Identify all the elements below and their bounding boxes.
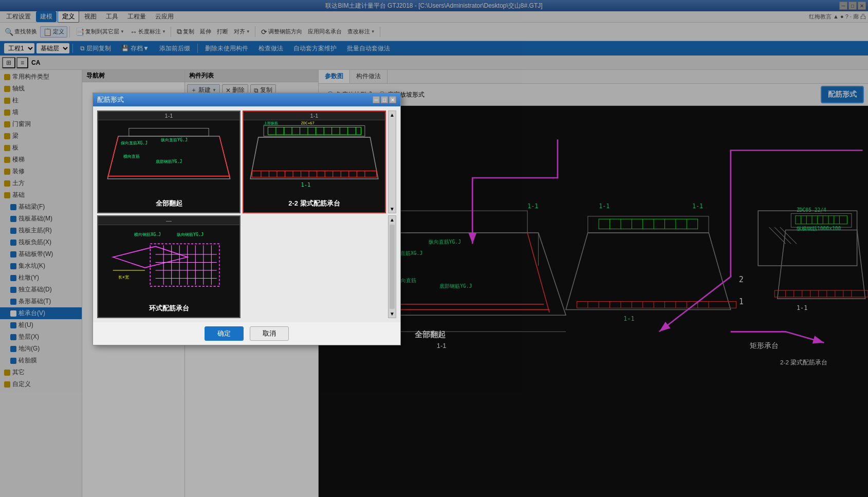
svg-text:上部纵筋: 上部纵筋 xyxy=(264,121,278,125)
modal-cell-liangshi[interactable]: 1-1 xyxy=(243,111,386,213)
modal-close-btn[interactable]: ✕ xyxy=(389,96,396,103)
svg-text:长×宽: 长×宽 xyxy=(118,274,129,280)
modal-minimize-btn[interactable]: ─ xyxy=(373,96,380,103)
modal-controls: ─ □ ✕ xyxy=(373,96,396,103)
svg-rect-78 xyxy=(102,120,235,195)
scroll-down-btn[interactable]: ▼ xyxy=(389,205,396,213)
cell1-header: 1-1 xyxy=(98,112,239,120)
scroll-up-btn[interactable]: ▲ xyxy=(389,111,396,119)
modal-maximize-btn[interactable]: □ xyxy=(381,96,388,103)
svg-text:纵向钢筋YG.J: 纵向钢筋YG.J xyxy=(177,232,204,237)
confirm-btn[interactable]: 确定 xyxy=(205,326,244,341)
scroll2-thumb[interactable] xyxy=(390,225,395,309)
svg-text:横向直筋: 横向直筋 xyxy=(123,154,140,159)
modal-title-bar: 配筋形式 ─ □ ✕ xyxy=(93,93,400,106)
modal-cell-empty xyxy=(243,215,386,318)
svg-text:横向钢筋XG.J: 横向钢筋XG.J xyxy=(134,232,161,237)
cancel-btn[interactable]: 取消 xyxy=(250,326,289,341)
modal-footer: 确定 取消 xyxy=(93,322,400,345)
modal-body: 1-1 保向直筋XG.J 纵向直筋YG.J 横向直筋 底 xyxy=(93,106,400,322)
svg-text:1-1: 1-1 xyxy=(301,181,311,188)
modal-grid-row1: 1-1 保向直筋XG.J 纵向直筋YG.J 横向直筋 底 xyxy=(97,111,396,213)
modal-overlay[interactable]: 配筋形式 ─ □ ✕ 1-1 xyxy=(0,0,868,497)
modal-title: 配筋形式 xyxy=(97,95,124,104)
modal-scrollbar-bottom: ▲ ▼ xyxy=(388,215,396,318)
scroll2-up-btn[interactable]: ▲ xyxy=(389,216,396,224)
modal-config-rebar: 配筋形式 ─ □ ✕ 1-1 xyxy=(93,93,401,345)
cell2-drawing: 上部纵筋 ZDC=67 xyxy=(244,120,385,195)
cell2-header: 1-1 xyxy=(244,112,385,120)
svg-text:底部钢筋YG.J: 底部钢筋YG.J xyxy=(156,159,182,164)
cell1-label: 全部翻起 xyxy=(98,199,239,208)
modal-scrollbar[interactable]: ▲ ▼ xyxy=(388,111,396,213)
modal-cell-huanshi[interactable]: — 横向钢筋XG.J 纵向钢筋YG.J xyxy=(97,215,241,318)
scroll2-down-btn[interactable]: ▼ xyxy=(389,310,396,318)
svg-text:ZDC=67: ZDC=67 xyxy=(301,121,315,125)
modal-cell-quanbu[interactable]: 1-1 保向直筋XG.J 纵向直筋YG.J 横向直筋 底 xyxy=(97,111,241,213)
cell3-label: 环式配筋承台 xyxy=(98,304,239,313)
svg-text:纵向直筋YG.J: 纵向直筋YG.J xyxy=(161,137,188,142)
svg-text:保向直筋XG.J: 保向直筋XG.J xyxy=(121,140,147,145)
cell3-header: — xyxy=(98,216,239,225)
cell3-drawing: 横向钢筋XG.J 纵向钢筋YG.J xyxy=(98,225,239,300)
modal-grid-row2: — 横向钢筋XG.J 纵向钢筋YG.J xyxy=(97,215,396,318)
cell2-label: 2-2 梁式配筋承台 xyxy=(244,199,385,208)
cell1-drawing: 保向直筋XG.J 纵向直筋YG.J 横向直筋 底部钢筋YG.J xyxy=(98,120,239,195)
